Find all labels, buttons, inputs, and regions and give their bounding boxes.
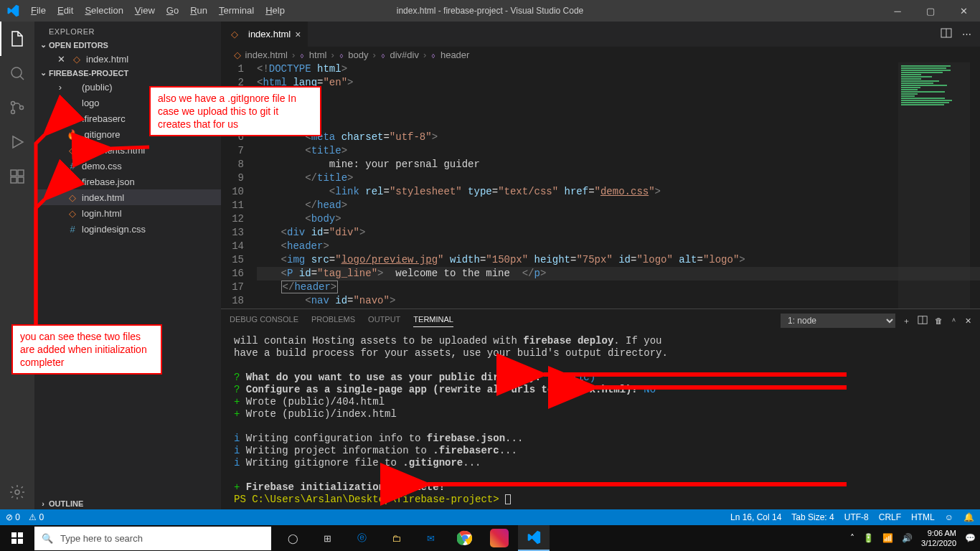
open-editor-item[interactable]: ✕ ◇ index.html (34, 51, 221, 67)
svg-rect-16 (18, 539, 23, 544)
panel-tab-terminal[interactable]: TERMINAL (413, 315, 453, 327)
file-index-html[interactable]: ◇index.html (34, 189, 221, 205)
kill-terminal-icon[interactable]: 🗑 (935, 316, 943, 325)
taskbar-clock[interactable]: 9:06 AM 3/12/2020 (921, 528, 956, 548)
menubar: FileEditSelectionViewGoRunTerminalHelp (25, 0, 291, 22)
project-section[interactable]: ⌄FIREBASE-PROJECT (34, 67, 221, 79)
status-bar: ⊘ 0 ⚠ 0 Ln 16, Col 14 Tab Size: 4 UTF-8 … (0, 509, 980, 525)
breadcrumb-item[interactable]: ⬨ body (339, 50, 369, 60)
errors-count[interactable]: ⊘ 0 (6, 512, 20, 522)
eol[interactable]: CRLF (879, 512, 901, 522)
volume-icon[interactable]: 🔊 (902, 533, 913, 543)
tab-size[interactable]: Tab Size: 4 (791, 512, 834, 522)
extensions-icon[interactable] (0, 159, 34, 194)
instagram-icon[interactable] (490, 529, 509, 547)
encoding[interactable]: UTF-8 (844, 512, 869, 522)
titlebar: FileEditSelectionViewGoRunTerminalHelp i… (0, 0, 980, 22)
open-editors-section[interactable]: ⌄OPEN EDITORS (34, 39, 221, 51)
windows-taskbar: 🔍 Type here to search ◯ ⊞ ⓔ 🗀 ✉ ˄ 🔋 📶 🔊 … (0, 525, 980, 551)
edge-icon[interactable]: ⓔ (346, 525, 377, 551)
breadcrumb-item[interactable]: ⬨ header (430, 50, 469, 60)
breadcrumb[interactable]: ◇ index.html›⬨ html›⬨ body›⬨ div#div›⬨ h… (221, 47, 980, 62)
feedback-icon[interactable]: ☺ (945, 512, 953, 522)
svg-point-1 (11, 102, 15, 105)
menu-run[interactable]: Run (184, 0, 213, 22)
cursor-position[interactable]: Ln 16, Col 14 (730, 512, 781, 522)
menu-file[interactable]: File (25, 0, 52, 22)
panel-tab-problems[interactable]: PROBLEMS (311, 315, 355, 326)
notifications-icon[interactable]: 🔔 (963, 512, 974, 522)
cortana-icon[interactable]: ◯ (277, 525, 308, 551)
svg-rect-13 (11, 532, 17, 537)
file-explorer-icon[interactable]: 🗀 (380, 525, 412, 551)
bottom-panel: DEBUG CONSOLEPROBLEMSOUTPUTTERMINAL 1: n… (221, 309, 980, 509)
outline-section[interactable]: ›OUTLINE (34, 498, 221, 509)
maximize-panel-icon[interactable]: ＾ (950, 316, 958, 326)
file-comments-html[interactable]: ◇comments.html (34, 142, 221, 158)
svg-rect-14 (18, 532, 23, 537)
terminal[interactable]: will contain Hosting assets to be upload… (221, 332, 980, 509)
start-button[interactable] (0, 525, 34, 551)
search-icon: 🔍 (42, 533, 53, 544)
window-title: index.html - firebase-project - Visual S… (397, 6, 584, 16)
file-firebase-json[interactable]: 🔥firebase.json (34, 174, 221, 189)
panel-tab-debug-console[interactable]: DEBUG CONSOLE (230, 315, 298, 326)
tab-index-html[interactable]: ◇ index.html × (221, 22, 308, 47)
breadcrumb-item[interactable]: ⬨ div#div (380, 50, 419, 60)
breadcrumb-item[interactable]: ◇ index.html (234, 50, 288, 60)
firebase-file-icon: 🔥 (66, 113, 79, 124)
html-file-icon: ◇ (228, 29, 241, 39)
menu-selection[interactable]: Selection (79, 0, 128, 22)
terminal-select[interactable]: 1: node (781, 314, 895, 328)
close-tab-icon[interactable]: × (295, 29, 301, 40)
file-icon: 🔥 (66, 129, 79, 140)
task-view-icon[interactable]: ⊞ (311, 525, 343, 551)
new-terminal-icon[interactable]: ＋ (903, 316, 910, 326)
vscode-taskbar-icon[interactable] (518, 525, 550, 551)
more-actions-icon[interactable]: ⋯ (962, 29, 971, 39)
close-icon[interactable]: ✕ (55, 54, 67, 65)
source-control-icon[interactable] (0, 90, 34, 125)
minimize-button[interactable]: ─ (881, 0, 914, 22)
html-file-icon: ◇ (66, 192, 79, 203)
action-center-icon[interactable]: 💬 (965, 533, 976, 543)
warnings-count[interactable]: ⚠ 0 (29, 512, 44, 522)
html-file-icon: ◇ (66, 208, 79, 219)
svg-point-8 (15, 490, 19, 494)
menu-help[interactable]: Help (260, 0, 291, 22)
explorer-icon[interactable] (0, 22, 34, 56)
language-mode[interactable]: HTML (911, 512, 935, 522)
editor-area: ◇ index.html × ⋯ ◇ index.html›⬨ html›⬨ b… (221, 22, 980, 509)
tray-chevron-icon[interactable]: ˄ (850, 533, 854, 543)
settings-gear-icon[interactable] (0, 475, 34, 509)
mail-icon[interactable]: ✉ (415, 525, 446, 551)
svg-point-2 (11, 110, 15, 114)
sidebar-title: EXPLORER (34, 22, 221, 39)
split-editor-icon[interactable] (941, 27, 952, 41)
battery-icon[interactable]: 🔋 (863, 533, 874, 543)
taskbar-search[interactable]: 🔍 Type here to search (34, 527, 271, 550)
maximize-button[interactable]: ▢ (914, 0, 947, 22)
search-icon[interactable] (0, 56, 34, 90)
menu-go[interactable]: Go (161, 0, 184, 22)
breadcrumb-item[interactable]: ⬨ html (299, 50, 326, 60)
close-button[interactable]: ✕ (947, 0, 980, 22)
panel-tab-output[interactable]: OUTPUT (368, 315, 400, 326)
code-editor[interactable]: 12345678910111213141516171819 <!DOCTYPE … (221, 62, 980, 309)
menu-view[interactable]: View (129, 0, 161, 22)
split-terminal-icon[interactable] (918, 315, 928, 326)
menu-terminal[interactable]: Terminal (213, 0, 260, 22)
svg-point-3 (20, 106, 24, 110)
file-logindesign-css[interactable]: #logindesign.css (34, 221, 221, 237)
minimap[interactable] (898, 62, 970, 309)
annotation-gitignore: also we have a .gitIgnore file In case w… (149, 86, 321, 136)
chrome-icon[interactable] (449, 525, 481, 551)
firebase-file-icon: 🔥 (66, 176, 79, 187)
file-demo-css[interactable]: #demo.css (34, 158, 221, 174)
menu-edit[interactable]: Edit (52, 0, 79, 22)
html-file-icon: ◇ (70, 54, 83, 65)
file-login-html[interactable]: ◇login.html (34, 205, 221, 221)
close-panel-icon[interactable]: ✕ (965, 316, 971, 326)
wifi-icon[interactable]: 📶 (882, 533, 893, 543)
run-debug-icon[interactable] (0, 125, 34, 159)
